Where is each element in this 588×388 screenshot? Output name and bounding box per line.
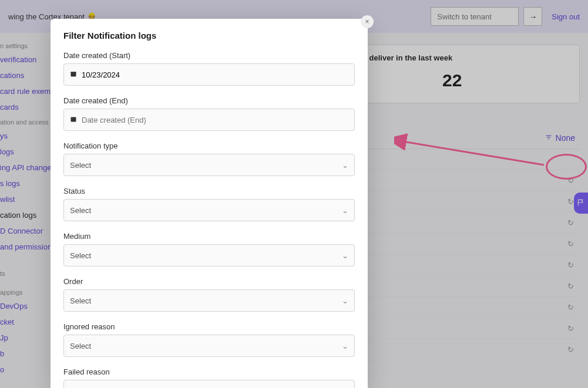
select-placeholder: Select bbox=[70, 206, 342, 215]
close-button[interactable]: × bbox=[361, 15, 374, 28]
svg-rect-7 bbox=[71, 117, 76, 122]
input-date-start[interactable] bbox=[63, 63, 355, 86]
filter-modal: × Filter Notification logs Date created … bbox=[51, 19, 368, 388]
field-failed-reason: Failed reason Select ⌄ bbox=[63, 367, 355, 388]
date-start-value[interactable] bbox=[82, 70, 348, 79]
field-order: Order Select ⌄ bbox=[63, 277, 355, 312]
field-status: Status Select ⌄ bbox=[63, 187, 355, 221]
field-ignored-reason: Ignored reason Select ⌄ bbox=[63, 322, 355, 357]
modal-body: Filter Notification logs Date created (S… bbox=[51, 19, 368, 388]
chevron-down-icon: ⌄ bbox=[342, 251, 348, 260]
close-icon: × bbox=[365, 18, 369, 26]
label-status: Status bbox=[63, 187, 355, 195]
calendar-icon bbox=[70, 116, 77, 124]
calendar-icon bbox=[70, 70, 77, 79]
chevron-down-icon: ⌄ bbox=[342, 342, 348, 350]
select-failed[interactable]: Select ⌄ bbox=[63, 380, 355, 388]
select-placeholder: Select bbox=[70, 342, 342, 350]
select-ignored[interactable]: Select ⌄ bbox=[63, 335, 355, 357]
select-placeholder: Select bbox=[70, 161, 342, 170]
chevron-down-icon: ⌄ bbox=[342, 206, 348, 215]
input-date-end[interactable] bbox=[63, 109, 355, 131]
select-notif-type[interactable]: Select ⌄ bbox=[63, 154, 355, 176]
svg-rect-6 bbox=[71, 72, 76, 73]
label-date-end: Date created (End) bbox=[63, 96, 355, 105]
select-medium[interactable]: Select ⌄ bbox=[63, 244, 355, 266]
chevron-down-icon: ⌄ bbox=[342, 296, 348, 305]
select-status[interactable]: Select ⌄ bbox=[63, 199, 355, 221]
label-order: Order bbox=[63, 277, 355, 286]
field-notification-type: Notification type Select ⌄ bbox=[63, 141, 355, 176]
chevron-down-icon: ⌄ bbox=[342, 161, 348, 170]
field-date-end: Date created (End) bbox=[63, 96, 355, 131]
label-ignored: Ignored reason bbox=[63, 322, 355, 331]
modal-title: Filter Notification logs bbox=[63, 31, 355, 41]
select-placeholder: Select bbox=[70, 296, 342, 305]
label-medium: Medium bbox=[63, 232, 355, 241]
field-medium: Medium Select ⌄ bbox=[63, 232, 355, 266]
label-notif-type: Notification type bbox=[63, 141, 355, 150]
field-date-start: Date created (Start) bbox=[63, 51, 355, 86]
label-date-start: Date created (Start) bbox=[63, 51, 355, 60]
select-order[interactable]: Select ⌄ bbox=[63, 289, 355, 312]
date-end-value[interactable] bbox=[82, 116, 348, 124]
label-failed: Failed reason bbox=[63, 367, 355, 376]
select-placeholder: Select bbox=[70, 251, 342, 260]
